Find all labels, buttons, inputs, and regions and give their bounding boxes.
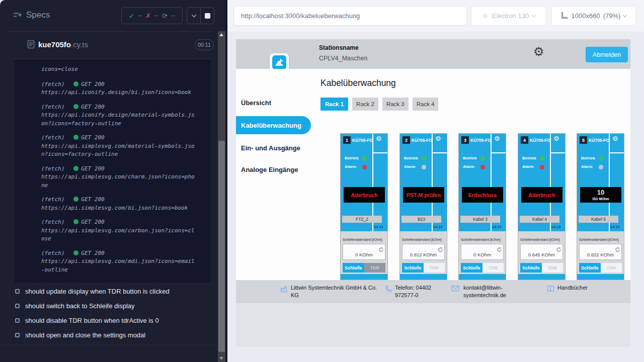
app-footer: Littwin Systemtechnik GmbH & Co. KG Tele… — [236, 280, 630, 303]
log-source: (fetch) — [41, 250, 64, 256]
log-url: https://api.simplesvg.com/mdi.json?icons… — [41, 257, 197, 274]
card-number-badge: 5 — [580, 136, 587, 144]
cable-name-label: FTZ_2 — [342, 216, 382, 223]
resistance-label: Schleifenwiderstand [kOhm] — [579, 238, 618, 241]
test-row[interactable]: should disable TDR button when tdrActive… — [0, 313, 218, 328]
resistance-value: 0 KOhm — [343, 252, 385, 257]
tdr-button: TDR — [542, 263, 564, 273]
status-dot-icon — [73, 81, 78, 86]
status-dot-icon — [73, 197, 78, 202]
log-entry[interactable]: (fetch)GET 200 https://api.simplesvg.com… — [41, 165, 197, 190]
company-name: Littwin Systemtechnik GmbH & Co. KG — [291, 284, 381, 299]
tdr-button[interactable]: TDR — [364, 263, 386, 273]
log-source: (fetch) — [41, 104, 64, 110]
run-stats: ✓-- ✗-- ⟳-- — [121, 7, 183, 24]
sidebar-item-ein-und-ausgaenge[interactable]: Ein- und Ausgänge — [241, 144, 300, 152]
card-section — [518, 274, 565, 280]
card-number-badge: 4 — [521, 136, 528, 144]
log-entry[interactable]: (fetch)GET 200 https://api.simplesvg.com… — [41, 196, 197, 212]
manuals-link[interactable]: Handbücher — [557, 284, 588, 292]
card-settings-gear-icon[interactable]: ⚙ — [376, 135, 382, 142]
scrollbar-thumb[interactable] — [218, 141, 225, 352]
page-background — [236, 303, 630, 347]
test-title: should update display when TDR button is… — [25, 288, 170, 295]
log-status: GET 200 — [81, 219, 104, 225]
log-status: GET 200 — [81, 104, 104, 110]
card-settings-gear-icon[interactable]: ⚙ — [553, 135, 559, 142]
firmware-version: V4.19 — [551, 225, 560, 229]
log-entry[interactable]: (fetch)GET 200 https://api.simplesvg.com… — [41, 134, 197, 159]
divider — [0, 345, 218, 345]
chevron-down-icon — [532, 13, 536, 17]
alarm-message: Aderbruch — [351, 192, 377, 198]
logout-button[interactable]: Abmelden — [586, 47, 628, 62]
test-row[interactable]: should open and close the settings modal — [0, 328, 218, 342]
log-status: GET 200 — [81, 250, 104, 256]
stop-button[interactable] — [201, 8, 214, 24]
tab-rack-2[interactable]: Rack 2 — [352, 98, 378, 111]
monitor-card-2: 2 KÜ705-FO ⚙ Betrieb Alarm PST-M prüfen … — [399, 133, 447, 280]
firmware-version: V4.19 — [374, 225, 383, 229]
status-dot-icon — [73, 104, 78, 109]
measurement-panel: Schleifenwiderstand [kOhm] 0 KOhm Schlei… — [341, 231, 387, 280]
scroll-down-icon[interactable] — [219, 357, 223, 360]
resistance-value-box: 0.822 KOhm — [579, 244, 622, 260]
viewport-select[interactable]: 1000x660 (79%) — [551, 6, 636, 26]
log-entry[interactable]: (fetch)GET 200 https://api.iconify.desig… — [41, 103, 197, 128]
log-status: GET 200 — [81, 81, 104, 87]
spec-file-row[interactable]: kue705fo.cy.ts 00:11 — [0, 35, 225, 55]
alarm-message: Erdschluss — [468, 192, 497, 198]
divider — [433, 152, 447, 153]
tab-rack-3[interactable]: Rack 3 — [382, 98, 409, 111]
email-address[interactable]: kontakt@littwin-systemtechnik.de — [463, 284, 512, 299]
schleife-button[interactable]: Schleife — [343, 263, 364, 273]
measurement-panel: Schleifenwiderstand [kOhm] 0.812 KOhm Sc… — [400, 231, 447, 280]
browser-select[interactable]: ⚛ Electron 130 — [471, 6, 546, 26]
spec-file-name: kue705fo.cy.ts — [38, 40, 88, 49]
log-url: https://api.simplesvg.com/material-symbo… — [41, 142, 197, 159]
tab-rack-1[interactable]: Rack 1 — [320, 98, 348, 111]
tab-rack-4[interactable]: Rack 4 — [413, 98, 439, 111]
chevron-down-icon — [191, 13, 196, 18]
card-settings-gear-icon[interactable]: ⚙ — [435, 135, 441, 142]
pending-tests-list: should update display when TDR button is… — [0, 284, 218, 342]
reporter-header: Specs ✓-- ✗-- ⟳-- — [0, 0, 225, 31]
sidebar-item-analoge-eingaenge[interactable]: Analoge Eingänge — [241, 166, 298, 173]
collapse-button[interactable] — [187, 8, 200, 24]
status-display: Aderbruch — [521, 187, 562, 203]
specs-list-icon[interactable] — [13, 11, 22, 21]
monitor-card-4: 4 KÜ705-FO ⚙ Betrieb Alarm Aderbruch Kab… — [518, 133, 566, 280]
app-header: LITTWIN SYSTEMTECHNIK Stationsname CPLV4… — [236, 39, 630, 69]
schleife-button[interactable]: Schleife — [461, 263, 482, 273]
log-entry[interactable]: (fetch)GET 200 https://api.simplesvg.com… — [41, 249, 197, 275]
sidebar-item-kabelueberwachung[interactable]: Kabelüberwachung — [236, 116, 311, 134]
phone-number[interactable]: Telefon: 04402 972577-0 — [395, 284, 452, 299]
card-settings-gear-icon[interactable]: ⚙ — [612, 135, 618, 142]
scroll-up-icon[interactable] — [219, 33, 223, 36]
url-input[interactable]: http://localhost:3000/kabelueberwachung — [233, 6, 467, 26]
card-settings-gear-icon[interactable]: ⚙ — [494, 135, 500, 142]
schleife-button[interactable]: Schleife — [402, 263, 424, 273]
settings-gear-icon[interactable]: ⚙ — [533, 46, 544, 58]
sidebar-item-uebersicht[interactable]: Übersicht — [241, 99, 271, 107]
phone-icon — [385, 285, 392, 294]
betrieb-led — [480, 156, 485, 161]
alarm-led — [540, 165, 544, 169]
electron-icon: ⚛ — [482, 12, 489, 21]
resistance-value-box: 0.812 KOhm — [402, 244, 445, 260]
log-entry[interactable]: (fetch)GET 200 https://api.simplesvg.com… — [41, 218, 197, 243]
schleife-button[interactable]: Schleife — [520, 263, 542, 273]
log-entry[interactable]: (fetch)GET 200 https://api.iconify.desig… — [41, 80, 197, 97]
card-section — [459, 274, 506, 280]
log-source: (fetch) — [41, 196, 64, 203]
test-row[interactable]: should update display when TDR button is… — [0, 284, 218, 299]
schleife-button[interactable]: Schleife — [579, 263, 601, 273]
log-status: GET 200 — [81, 134, 104, 141]
station-info: Stationsname CPLV4_Maschen — [319, 44, 367, 62]
test-row[interactable]: should switch back to Schleife display — [0, 299, 218, 313]
status-dot-icon — [73, 219, 78, 224]
specs-title: Specs — [26, 10, 50, 20]
viewport-ruler-icon — [561, 12, 569, 21]
firmware-version: V4.19 — [492, 225, 501, 229]
reporter-scrollbar[interactable] — [218, 31, 225, 362]
